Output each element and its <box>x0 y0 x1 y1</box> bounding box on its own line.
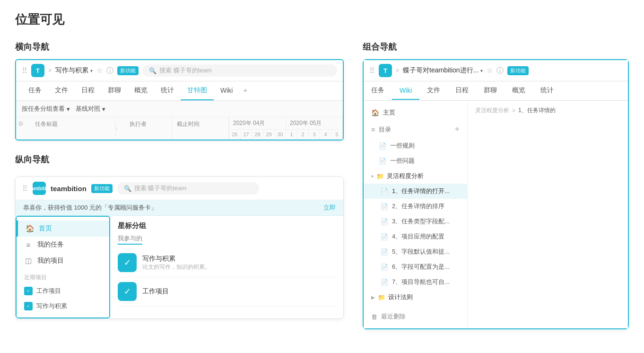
vertical-nav-logo-text: teambition <box>51 185 87 193</box>
combo-star-icon[interactable]: ☆ <box>487 66 493 75</box>
recent-item-icon-writing: ✓ <box>24 302 33 310</box>
baseline-btn[interactable]: 基线对照 ▾ <box>76 105 105 113</box>
tab-chat[interactable]: 群聊 <box>101 81 128 100</box>
group-by-btn[interactable]: 按任务分组查看 ▾ <box>22 105 70 113</box>
wiki-folder-sub-4[interactable]: 📄 4、项目应用的配置 <box>364 229 467 244</box>
sidebar-item-projects[interactable]: ◫ 我的项目 <box>17 253 109 269</box>
wiki-toc-section[interactable]: ≡ 目录 + <box>364 121 467 138</box>
wiki-item-rules[interactable]: 📄 一些规则 <box>364 138 467 153</box>
star-icon[interactable]: ☆ <box>96 66 103 75</box>
vertical-nav-main: 🏠 首页 ≡ 我的任务 ◫ 我的项目 近期项目 ✓ <box>16 216 343 318</box>
project-name[interactable]: 写作与积累 ▾ <box>55 66 93 75</box>
wiki-folder-design[interactable]: ▶ 📁 设计法则 <box>364 290 467 305</box>
gantt-col-assignee: 执行者 <box>125 117 172 139</box>
vertical-search-icon: 🔍 <box>124 185 131 192</box>
star-group-item-writing[interactable]: ✓ 写作与积累 论文的写作，知识的积累。 <box>118 248 336 277</box>
breadcrumb-sep: > <box>48 67 52 74</box>
dropdown-icon[interactable]: ▾ <box>90 68 93 73</box>
wiki-add-icon[interactable]: + <box>454 124 460 134</box>
day-1: 1 <box>286 130 297 139</box>
doc-icon-rules: 📄 <box>379 142 386 150</box>
sidebar-item-home[interactable]: 🏠 首页 <box>17 221 109 237</box>
combo-tab-overview[interactable]: 概览 <box>505 81 533 100</box>
combo-tab-task[interactable]: 任务 <box>364 81 392 100</box>
gantt-col-deadline: 截止时间 <box>172 117 229 139</box>
app-logo: T <box>31 64 44 77</box>
star-groups: 星标分组 我参与的 ✓ 写作与积累 论文的写作，知识的积累。 ✓ <box>110 216 343 318</box>
chevron-down-icon2: ▾ <box>102 106 105 113</box>
gantt-timeline: 2020年 04月 26 27 28 29 30 2020年 05月 1 <box>229 117 343 139</box>
wiki-item-issues[interactable]: 📄 一些问题 <box>364 153 467 168</box>
list-icon: ≡ <box>371 126 375 133</box>
wiki-folder-sub-5[interactable]: 📄 5、字段默认值和提... <box>364 244 467 259</box>
tab-file[interactable]: 文件 <box>48 81 75 100</box>
combo-info-icon[interactable]: ⓘ <box>496 66 504 75</box>
combo-tab-file[interactable]: 文件 <box>419 81 448 100</box>
wiki-folder-sub-1[interactable]: 📄 1、任务详情的打开... <box>364 184 467 199</box>
projects-icon: ◫ <box>24 256 33 265</box>
vertical-nav-body: 恭喜你，获得价值 1000 元的「专属顾问服务卡」 立即 🏠 首页 ≡ 我的任务 <box>16 200 343 318</box>
star-group-item-work[interactable]: ✓ 工作项目 <box>118 277 336 306</box>
day-4: 4 <box>320 130 331 139</box>
tab-schedule[interactable]: 日程 <box>75 81 101 100</box>
wiki-content-area: 灵活程度分析 > 1、任务详情的 <box>468 101 628 328</box>
wiki-folder-sub-2[interactable]: 📄 2、任务详情的排序 <box>364 199 467 214</box>
combined-nav-heading: 组合导航 <box>363 41 629 53</box>
combo-tab-wiki[interactable]: Wiki <box>392 82 419 100</box>
day-29: 29 <box>263 130 275 139</box>
drag-handle-icon[interactable]: ⠿ <box>22 66 27 75</box>
home-icon: 🏠 <box>26 224 34 233</box>
gantt-settings-col: ⚙ <box>16 117 30 139</box>
combo-tab-stats[interactable]: 统计 <box>533 81 561 100</box>
vertical-nav-heading: 纵向导航 <box>15 154 344 165</box>
combo-new-badge: 新功能 <box>507 66 529 75</box>
recent-item-work[interactable]: ✓ 工作项目 <box>17 283 109 299</box>
gantt-header: ⚙ 任务标题 ↕ 执行者 截止时间 2020年 04月 26 27 28 29 <box>16 117 343 140</box>
day-2: 2 <box>297 130 309 139</box>
star-project-icon-work: ✓ <box>118 282 137 301</box>
gantt-month-may: 2020年 05月 1 2 3 4 5 <box>286 117 343 139</box>
horizontal-nav-tabs: 任务 文件 日程 群聊 概览 统计 甘特图 Wiki + <box>16 81 343 101</box>
tab-task[interactable]: 任务 <box>22 81 48 100</box>
wiki-folder-sub-7[interactable]: 📄 7、项目导航也可自... <box>364 274 467 290</box>
doc-icon-3: 📄 <box>381 218 388 225</box>
wiki-folder-sub-6[interactable]: 📄 6、字段可配置为是... <box>364 259 467 274</box>
notification-bar: 恭喜你，获得价值 1000 元的「专属顾问服务卡」 立即 <box>16 200 343 216</box>
combo-tab-chat[interactable]: 群聊 <box>476 81 505 100</box>
notification-link[interactable]: 立即 <box>323 203 336 212</box>
star-group-sub-label: 我参与的 <box>118 234 142 245</box>
vertical-search-bar[interactable]: 🔍 搜索 蝶子哥的team <box>117 182 259 194</box>
search-icon: 🔍 <box>149 67 157 74</box>
recent-item-icon-work: ✓ <box>24 287 33 295</box>
combo-tab-schedule[interactable]: 日程 <box>448 81 476 100</box>
combo-breadcrumb-sep: > <box>396 67 399 74</box>
horizontal-nav-header: ⠿ T > 写作与积累 ▾ ☆ ⓘ 新功能 🔍 搜索 蝶子哥的team <box>16 60 343 81</box>
wiki-sidebar: 🏠 主页 ≡ 目录 + 📄 一些规则 📄 一些问题 <box>364 101 468 328</box>
vertical-new-badge: 新功能 <box>91 184 113 193</box>
sidebar-item-tasks[interactable]: ≡ 我的任务 <box>17 237 109 253</box>
tab-stats[interactable]: 统计 <box>154 81 181 100</box>
gantt-sort-icon: ↕ <box>115 117 125 139</box>
day-27: 27 <box>241 130 252 139</box>
combo-drag-handle-icon[interactable]: ⠿ <box>369 66 375 75</box>
wiki-home[interactable]: 🏠 主页 <box>364 105 467 121</box>
search-bar[interactable]: 🔍 搜索 蝶子哥的team <box>142 64 337 77</box>
chevron-down-icon3: ▾ <box>371 174 374 179</box>
star-project-icon-writing: ✓ <box>118 253 137 272</box>
combo-dropdown-icon[interactable]: ▾ <box>480 68 483 73</box>
tab-overview[interactable]: 概览 <box>128 81 154 100</box>
combined-nav-card: ⠿ T > 蝶子哥对teambition进行... ▾ ☆ ⓘ 新功能 任务 W… <box>363 59 629 329</box>
tab-add[interactable]: + <box>239 82 251 100</box>
combo-project-name[interactable]: 蝶子哥对teambition进行... ▾ <box>403 66 483 75</box>
wiki-folder-agility[interactable]: ▾ 📁 灵活程度分析 <box>364 168 467 184</box>
star-item-info-writing: 写作与积累 论文的写作，知识的积累。 <box>142 255 210 271</box>
home-outline-icon: 🏠 <box>371 109 379 116</box>
tab-wiki[interactable]: Wiki <box>214 82 239 100</box>
wiki-folder-sub-3[interactable]: 📄 3、任务类型字段配... <box>364 214 467 229</box>
wiki-trash[interactable]: 🗑 最近删除 <box>364 309 467 325</box>
info-icon[interactable]: ⓘ <box>106 66 113 75</box>
recent-item-writing[interactable]: ✓ 写作与积累 <box>17 299 109 314</box>
horizontal-nav-heading: 横向导航 <box>15 41 344 53</box>
tab-gantt[interactable]: 甘特图 <box>181 81 214 100</box>
day-28: 28 <box>252 130 263 139</box>
